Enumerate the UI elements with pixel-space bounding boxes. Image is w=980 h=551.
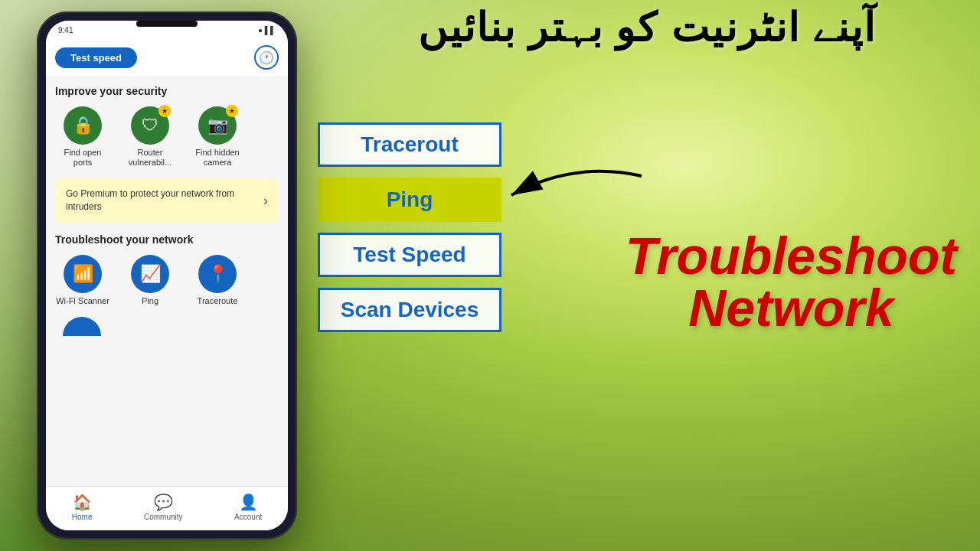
- hidden-camera-label: Find hidden camera: [190, 148, 245, 168]
- status-icons: ● ▌▌: [258, 26, 276, 34]
- traceroute-icon: 📍: [198, 255, 237, 293]
- traceroute-label: Traceroute: [198, 296, 238, 306]
- nav-home[interactable]: 🏠 Home: [72, 493, 93, 521]
- find-open-ports-item[interactable]: 🔒 Find open ports: [55, 106, 110, 168]
- find-open-ports-label: Find open ports: [55, 148, 110, 168]
- router-vuln-item[interactable]: 🛡 ★ Router vulnerabil...: [122, 106, 178, 168]
- urdu-title: آپنے انٹرنیت کو بہتر بنائیں: [322, 4, 972, 51]
- find-open-ports-icon: 🔒: [64, 106, 102, 145]
- premium-text: Go Premium to protect your network from …: [66, 187, 263, 214]
- troubleshoot-section-title: Troubleshoot your network: [55, 233, 279, 246]
- status-time: 9:41: [58, 26, 73, 34]
- home-label: Home: [72, 513, 93, 521]
- troubleshoot-line1: Troubleshoot: [626, 230, 957, 282]
- security-icon-row: 🔒 Find open ports 🛡 ★ Router vulnerabil.…: [55, 106, 279, 168]
- scan-devices-box[interactable]: Scan Devices: [318, 288, 501, 332]
- troubleshoot-network-label: Troubleshoot Network: [626, 230, 957, 334]
- tracerout-box[interactable]: Tracerout: [318, 122, 501, 167]
- premium-arrow-icon: ›: [263, 193, 268, 209]
- router-vuln-label: Router vulnerabil...: [122, 148, 178, 168]
- ping-label: Ping: [142, 296, 158, 306]
- urdu-title-container: آپنے انٹرنیت کو بہتر بنائیں: [322, 4, 972, 57]
- feature-boxes-container: Tracerout Ping Test Speed Scan Devices: [318, 122, 501, 343]
- troubleshoot-line2: Network: [626, 282, 957, 334]
- phone-wrapper: 9:41 ● ▌▌ Test speed 🕐 Improve your secu…: [14, 0, 320, 551]
- test-speed-box[interactable]: Test Speed: [318, 233, 501, 277]
- phone-screen: 9:41 ● ▌▌ Test speed 🕐 Improve your secu…: [46, 21, 288, 530]
- nav-account[interactable]: 👤 Account: [234, 493, 262, 521]
- test-speed-bar: Test speed 🕐: [46, 39, 288, 76]
- traceroute-item[interactable]: 📍 Traceroute: [190, 255, 245, 306]
- wifi-scanner-item[interactable]: 📶 Wi-Fi Scanner: [55, 255, 110, 306]
- router-star-badge: ★: [158, 105, 171, 117]
- scan-devices-label: Scan Devices: [341, 298, 479, 321]
- screen-content: Improve your security 🔒 Find open ports …: [46, 76, 288, 486]
- troubleshoot-icon-row: 📶 Wi-Fi Scanner 📈 Ping 📍 Traceroute: [55, 255, 279, 306]
- wifi-scanner-icon: 📶: [64, 255, 102, 293]
- account-icon: 👤: [239, 493, 258, 511]
- test-speed-button[interactable]: Test speed: [55, 47, 137, 68]
- hidden-camera-item[interactable]: 📷 ★ Find hidden camera: [190, 106, 245, 168]
- clock-icon[interactable]: 🕐: [254, 45, 279, 70]
- premium-banner[interactable]: Go Premium to protect your network from …: [55, 178, 279, 223]
- test-speed-label: Test Speed: [353, 243, 466, 266]
- ping-box-label: Ping: [387, 187, 433, 211]
- ping-box[interactable]: Ping: [318, 178, 501, 222]
- partial-circle: [63, 317, 101, 336]
- hidden-camera-icon: 📷 ★: [198, 106, 237, 145]
- bottom-nav: 🏠 Home 💬 Community 👤 Account: [46, 486, 288, 530]
- camera-star-badge: ★: [226, 105, 238, 117]
- ping-icon: 📈: [131, 255, 169, 293]
- phone-notch: [136, 21, 198, 27]
- community-icon: 💬: [154, 493, 173, 511]
- arrow-svg: [496, 161, 649, 222]
- ping-item[interactable]: 📈 Ping: [122, 255, 178, 306]
- security-section-title: Improve your security: [55, 85, 279, 97]
- community-label: Community: [144, 513, 183, 521]
- home-icon: 🏠: [73, 493, 92, 511]
- account-label: Account: [234, 513, 262, 521]
- wifi-scanner-label: Wi-Fi Scanner: [56, 296, 109, 306]
- tracerout-label: Tracerout: [361, 132, 459, 156]
- phone: 9:41 ● ▌▌ Test speed 🕐 Improve your secu…: [37, 11, 297, 540]
- nav-community[interactable]: 💬 Community: [144, 493, 183, 521]
- router-vuln-icon: 🛡 ★: [131, 106, 169, 145]
